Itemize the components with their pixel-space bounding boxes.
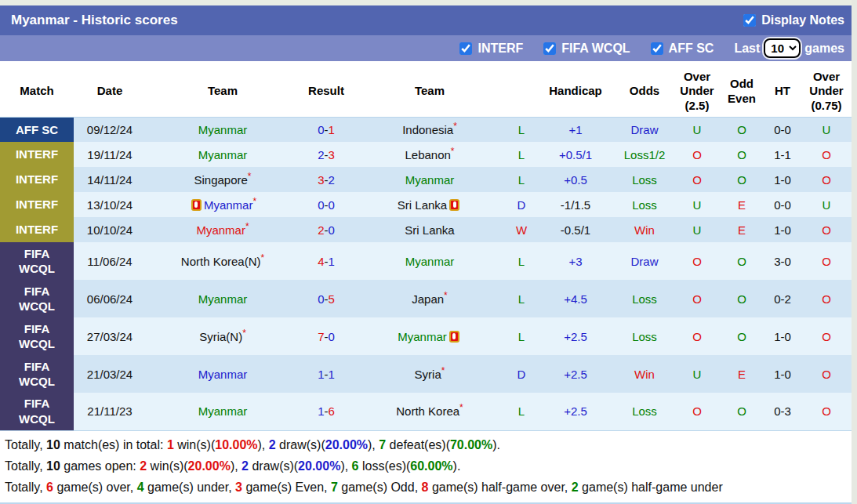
team-link[interactable]: Sri Lanka — [398, 198, 447, 212]
match-date: 21/03/24 — [74, 355, 146, 393]
over-under-25-cell: O — [674, 242, 720, 280]
result-cell: 0-5 — [300, 280, 353, 317]
column-header-team1: Team — [146, 67, 300, 117]
team-link[interactable]: Syria(N) — [199, 330, 242, 343]
match-table-body: AFF SC09/12/24Myanmar0-1Indonesia*L+1Dra… — [0, 117, 852, 430]
ht-cell: 1-0 — [764, 217, 801, 242]
summary-text: ), — [258, 438, 269, 451]
red-card-icon — [449, 331, 459, 343]
last-games-select[interactable]: 10 — [764, 38, 801, 58]
odd-even-cell: O — [720, 117, 764, 142]
filter-bar: INTERF FIFA WCQL AFF SC Last 10 games — [0, 35, 857, 61]
team-link[interactable]: Sri Lanka — [405, 223, 454, 237]
team-link[interactable]: Myanmar — [198, 404, 248, 418]
display-notes-checkbox[interactable] — [743, 14, 756, 27]
table-row: FIFA WCQL06/06/24Myanmar0-5Japan*L+4.5Lo… — [0, 280, 852, 317]
odds-cell: Win — [615, 217, 674, 242]
team-link[interactable]: Myanmar — [198, 148, 248, 161]
away-team-cell: Myanmar — [353, 242, 507, 280]
team-link[interactable]: Lebanon — [405, 148, 450, 161]
odds-cell: Loss — [615, 317, 674, 355]
home-score: 0 — [318, 292, 324, 306]
team-link[interactable]: Japan — [412, 292, 444, 306]
summary-text: 2 — [572, 480, 579, 494]
away-score: 5 — [329, 292, 335, 306]
odd-even-cell: O — [720, 393, 764, 430]
filter-interf: INTERF — [459, 42, 523, 56]
games-label: games — [804, 42, 844, 56]
competition-badge: FIFA WCQL — [0, 280, 74, 317]
team-link[interactable]: Myanmar — [198, 292, 248, 306]
team-link[interactable]: North Korea — [396, 404, 459, 418]
table-row: FIFA WCQL11/06/24North Korea(N)*4-1Myanm… — [0, 242, 852, 280]
summary-line: Totally, 10 match(es) in total: 1 win(s)… — [5, 434, 857, 455]
aff-sc-checkbox[interactable] — [651, 42, 663, 55]
result-cell: 2-0 — [300, 217, 353, 242]
wld-cell: L — [507, 142, 536, 167]
competition-badge: FIFA WCQL — [0, 317, 74, 355]
ht-cell: 1-1 — [764, 142, 801, 167]
fifa-wcql-checkbox[interactable] — [543, 42, 556, 55]
summary-text: match(es) in total: — [60, 438, 167, 451]
display-notes-label: Display Notes — [761, 13, 844, 27]
away-team-cell: Myanmar — [353, 167, 507, 192]
red-card-icon — [191, 199, 202, 211]
home-team-cell: Syria(N)* — [146, 317, 300, 355]
away-team-cell: North Korea* — [353, 393, 507, 430]
away-score: 2 — [329, 173, 335, 187]
home-score: 4 — [318, 255, 324, 268]
wld-cell: L — [507, 117, 536, 142]
away-score: 1 — [329, 255, 335, 268]
over-under-075-cell: O — [801, 280, 852, 317]
wld-cell: L — [507, 317, 536, 355]
right-strip — [852, 0, 857, 504]
result-cell: 4-1 — [300, 242, 353, 280]
table-row: INTERF14/11/24Singapore*3-2MyanmarL+0.5L… — [0, 167, 852, 192]
star-marker: * — [459, 402, 463, 413]
ht-cell: 1-0 — [764, 317, 801, 355]
team-link[interactable]: Myanmar — [204, 198, 253, 212]
result-cell: 1-1 — [300, 355, 353, 393]
over-under-25-cell: O — [674, 280, 720, 317]
team-link[interactable]: North Korea(N) — [181, 255, 261, 268]
team-link[interactable]: Myanmar — [398, 330, 447, 343]
filter-fifa-wcql-label: FIFA WCQL — [561, 42, 630, 56]
team-link[interactable]: Myanmar — [405, 173, 455, 187]
interf-checkbox[interactable] — [459, 42, 472, 55]
handicap-cell: +2.5 — [536, 317, 615, 355]
handicap-cell: +2.5 — [536, 355, 615, 393]
competition-badge: INTERF — [0, 142, 74, 167]
summary-text: 20.00% — [188, 459, 231, 473]
matches-table: Match Date Team Result Team Handicap Odd… — [0, 67, 852, 431]
table-row: AFF SC09/12/24Myanmar0-1Indonesia*L+1Dra… — [0, 117, 852, 142]
page-title: Myanmar - Historic scores — [11, 13, 178, 28]
team-link[interactable]: Indonesia — [402, 123, 453, 136]
over-under-075-cell: O — [801, 167, 852, 192]
team-link[interactable]: Myanmar — [198, 123, 248, 136]
match-date: 19/11/24 — [74, 142, 146, 167]
star-marker: * — [453, 121, 457, 132]
filter-aff-sc-label: AFF SC — [669, 42, 714, 56]
table-row: FIFA WCQL27/03/24Syria(N)*7-0MyanmarL+2.… — [0, 317, 852, 355]
competition-badge: FIFA WCQL — [0, 242, 74, 280]
home-team-cell: Myanmar* — [146, 192, 300, 217]
team-link[interactable]: Myanmar — [405, 255, 455, 268]
match-date: 06/06/24 — [74, 280, 146, 317]
match-date: 11/06/24 — [74, 242, 146, 280]
result-cell: 7-0 — [300, 317, 353, 355]
team-link[interactable]: Myanmar — [196, 223, 245, 237]
handicap-cell: +0.5 — [536, 167, 615, 192]
result-cell: 0-1 — [300, 117, 353, 142]
handicap-cell: +4.5 — [536, 280, 615, 317]
summary-text: Totally, — [5, 480, 46, 494]
star-marker: * — [451, 146, 455, 157]
star-marker: * — [242, 328, 246, 339]
team-link[interactable]: Syria — [415, 368, 441, 381]
filter-fifa-wcql: FIFA WCQL — [543, 42, 630, 56]
team-link[interactable]: Myanmar — [198, 368, 248, 381]
over-under-075-cell: O — [801, 242, 852, 280]
star-marker: * — [252, 196, 256, 207]
summary-text: Totally, — [5, 438, 46, 451]
team-link[interactable]: Singapore — [194, 173, 247, 187]
filter-aff-sc: AFF SC — [651, 42, 714, 56]
